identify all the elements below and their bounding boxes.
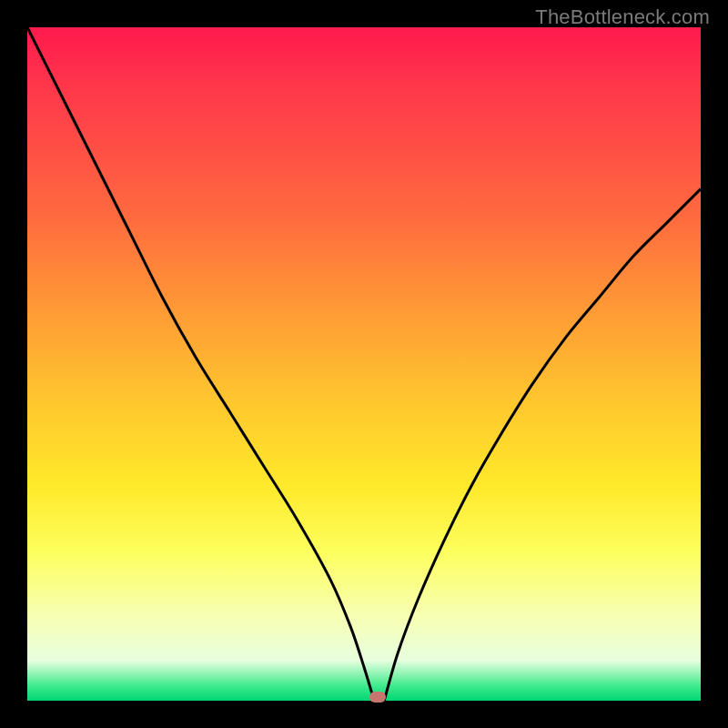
curve-left-branch [27,27,374,701]
plot-area [27,27,701,701]
bottleneck-curve [27,27,701,701]
optimum-marker [369,692,386,703]
watermark-text: TheBottleneck.com [535,5,710,29]
chart-frame: TheBottleneck.com [0,0,728,728]
curve-right-branch [384,189,701,701]
